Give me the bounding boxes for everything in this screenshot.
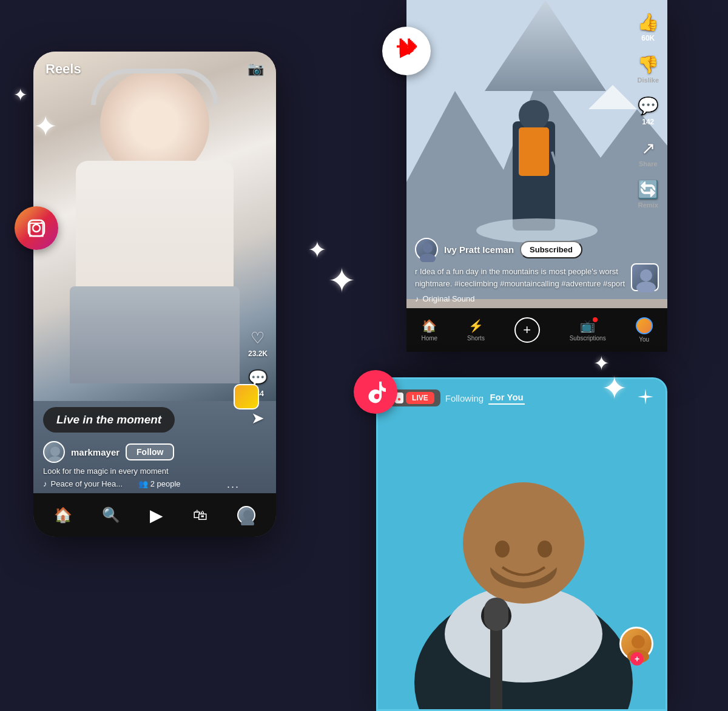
ig-nav-home[interactable]: 🏠 bbox=[54, 507, 72, 524]
ig-moment-badge: Live in the moment bbox=[43, 407, 175, 433]
yt-home-icon: 🏠 bbox=[422, 318, 437, 333]
tiktok-svg bbox=[363, 379, 388, 405]
yt-thumbsdown-icon: 👎 bbox=[638, 55, 659, 75]
ig-nav-avatar[interactable] bbox=[237, 506, 255, 524]
ig-heart-icon: ♡ bbox=[251, 329, 265, 348]
yt-channel-area: Ivy Pratt Iceman Subscribed r Idea of a … bbox=[415, 238, 631, 303]
yt-side-actions: 👍 60K 👎 Dislike 💬 142 ↗ Share 🔄 Remix bbox=[638, 12, 659, 209]
yt-nav-shorts[interactable]: ⚡ Shorts bbox=[467, 318, 485, 342]
ig-ellipsis: ··· bbox=[227, 480, 240, 493]
yt-likes-count: 60K bbox=[641, 34, 655, 42]
yt-channel-row: Ivy Pratt Iceman Subscribed bbox=[415, 238, 631, 261]
svg-text:▶: ▶ bbox=[400, 41, 414, 59]
tiktok-following-btn[interactable]: Following bbox=[445, 393, 484, 403]
tiktok-corner-add-button[interactable]: + bbox=[630, 652, 644, 666]
svg-marker-11 bbox=[504, 49, 552, 73]
yt-channel-name: Ivy Pratt Iceman bbox=[444, 244, 514, 255]
yt-subscribed-button[interactable]: Subscribed bbox=[520, 241, 582, 258]
ig-top-bar: Reels 📷 bbox=[33, 52, 276, 87]
yt-nav-avatar bbox=[636, 317, 653, 334]
svg-point-31 bbox=[632, 635, 645, 649]
tiktok-phone: ● LIVE Following For You + bbox=[376, 377, 667, 711]
yt-nav-subscriptions[interactable]: 📺 Subscriptions bbox=[570, 318, 606, 342]
yt-music-note: ♪ bbox=[415, 294, 419, 303]
ig-user-avatar bbox=[43, 441, 65, 463]
svg-point-1 bbox=[33, 224, 40, 232]
ig-follow-button[interactable]: Follow bbox=[126, 443, 174, 460]
laptop bbox=[70, 286, 240, 383]
ig-story-thumb bbox=[234, 384, 259, 409]
yt-nav-add-button[interactable]: + bbox=[514, 317, 540, 343]
ig-reels-title: Reels bbox=[46, 61, 81, 77]
ig-music-text: Peace of your Hea... bbox=[51, 479, 123, 488]
ig-username: markmayer bbox=[71, 447, 120, 457]
yt-thumbsup-icon: 👍 bbox=[638, 12, 659, 32]
yt-plus-icon: + bbox=[523, 322, 531, 338]
ig-people-count: 👥 2 people bbox=[138, 479, 181, 488]
yt-remix-label: Remix bbox=[638, 201, 658, 209]
svg-point-21 bbox=[420, 254, 436, 262]
ig-reels-content: Reels 📷 ♡ 23.2K 💬 144 ➤ Live in the mome… bbox=[33, 52, 276, 537]
ig-nav-shop[interactable]: 🛍 bbox=[193, 507, 207, 524]
yt-share-label: Share bbox=[639, 160, 658, 167]
svg-point-6 bbox=[241, 519, 254, 525]
ig-music-icon: ♪ bbox=[43, 479, 47, 488]
yt-music-text: Original Sound bbox=[423, 294, 475, 303]
tiktok-foryou-underline bbox=[488, 403, 525, 405]
yt-remix-icon: 🔄 bbox=[638, 180, 659, 200]
yt-music-row: ♪ Original Sound bbox=[415, 294, 631, 303]
yt-dislike-label: Dislike bbox=[638, 76, 659, 84]
tiktok-live-dot: ● bbox=[397, 396, 401, 402]
sparkle-6: ✦ bbox=[601, 370, 628, 406]
yt-remix-action[interactable]: 🔄 Remix bbox=[638, 180, 659, 209]
tiktok-live-badge: LIVE bbox=[406, 392, 434, 404]
tiktok-foryou-container[interactable]: For You bbox=[488, 392, 525, 405]
instagram-phone: Reels 📷 ♡ 23.2K 💬 144 ➤ Live in the mome… bbox=[33, 52, 276, 537]
yt-comment-action[interactable]: 💬 142 bbox=[638, 96, 659, 126]
svg-rect-15 bbox=[519, 127, 549, 176]
yt-nav-home[interactable]: 🏠 Home bbox=[421, 318, 437, 342]
yt-nav-you[interactable]: You bbox=[636, 317, 653, 343]
svg-point-27 bbox=[538, 541, 552, 558]
sparkle-1: ✦ bbox=[13, 85, 27, 105]
ig-more-dots[interactable]: ··· bbox=[227, 480, 240, 493]
svg-point-2 bbox=[41, 222, 43, 224]
yt-content: 👍 60K 👎 Dislike 💬 142 ↗ Share 🔄 Remix bbox=[406, 0, 667, 352]
yt-channel-avatar bbox=[415, 238, 438, 261]
tiktok-logo bbox=[354, 370, 397, 414]
ig-camera-icon[interactable]: 📷 bbox=[248, 61, 264, 77]
yt-comments-count: 142 bbox=[642, 118, 654, 126]
ig-like-action[interactable]: ♡ 23.2K bbox=[248, 329, 268, 358]
ig-bottom-nav: 🏠 🔍 ▶ 🛍 bbox=[33, 493, 276, 537]
ig-description: Look for the magic in every moment bbox=[43, 467, 266, 476]
yt-comment-icon: 💬 bbox=[638, 96, 659, 116]
tiktok-sparkle-header bbox=[636, 388, 655, 408]
svg-point-19 bbox=[636, 281, 656, 292]
yt-subscriptions-label: Subscriptions bbox=[570, 335, 606, 342]
svg-point-4 bbox=[47, 456, 63, 463]
tiktok-foryou-label: For You bbox=[490, 392, 523, 402]
svg-point-5 bbox=[243, 510, 252, 519]
yt-shorts-icon: ▶ bbox=[391, 36, 422, 66]
sparkle-2: ✦ bbox=[33, 109, 58, 143]
ig-nav-search[interactable]: 🔍 bbox=[102, 507, 120, 524]
yt-bottom-nav: 🏠 Home ⚡ Shorts + 📺 Subscriptions You bbox=[406, 308, 667, 352]
ig-person-image bbox=[33, 52, 276, 401]
youtube-phone: 👍 60K 👎 Dislike 💬 142 ↗ Share 🔄 Remix bbox=[406, 0, 667, 352]
yt-you-label: You bbox=[639, 336, 649, 343]
yt-corner-avatar bbox=[631, 263, 659, 291]
yt-home-label: Home bbox=[421, 335, 437, 342]
sparkle-3: ✦ bbox=[308, 237, 327, 263]
svg-point-14 bbox=[519, 100, 549, 130]
yt-like-action[interactable]: 👍 60K bbox=[638, 12, 659, 42]
instagram-svg bbox=[24, 216, 49, 240]
svg-rect-28 bbox=[490, 622, 502, 711]
yt-description: r Idea of a fun day in the mountains is … bbox=[415, 266, 631, 289]
yt-dislike-action[interactable]: 👎 Dislike bbox=[638, 55, 659, 84]
ig-user-row: markmayer Follow bbox=[43, 441, 266, 463]
yt-share-action[interactable]: ↗ Share bbox=[639, 138, 658, 167]
svg-rect-30 bbox=[484, 598, 508, 631]
youtube-shorts-logo: ⯮ ▶ bbox=[382, 27, 431, 75]
yt-shorts-label: Shorts bbox=[467, 335, 485, 342]
ig-nav-reels[interactable]: ▶ bbox=[150, 505, 163, 525]
